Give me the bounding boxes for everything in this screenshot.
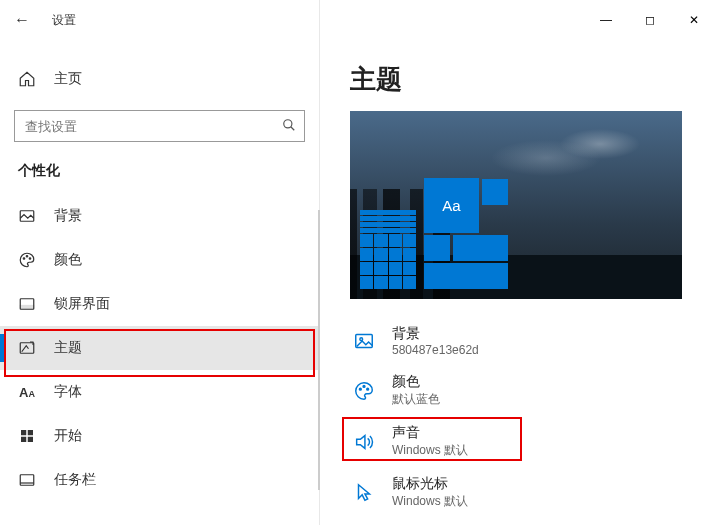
option-sub: Windows 默认: [392, 493, 468, 510]
nav-label: 锁屏界面: [54, 295, 110, 313]
sidebar-item-lockscreen[interactable]: 锁屏界面: [0, 282, 319, 326]
nav-label: 背景: [54, 207, 82, 225]
sound-icon: [350, 431, 378, 453]
option-title: 颜色: [392, 373, 440, 391]
palette-icon: [18, 251, 36, 269]
svg-rect-10: [28, 430, 33, 435]
theme-icon: [18, 339, 36, 357]
svg-rect-7: [20, 306, 34, 310]
sidebar-item-theme[interactable]: 主题: [0, 326, 319, 370]
option-sub: 580487e13e62d: [392, 343, 479, 357]
maximize-button[interactable]: ◻: [630, 5, 670, 35]
picture-icon: [18, 207, 36, 225]
svg-point-4: [26, 256, 28, 258]
svg-line-1: [291, 126, 295, 130]
close-button[interactable]: ✕: [674, 5, 714, 35]
sidebar-item-start[interactable]: 开始: [0, 414, 319, 458]
sidebar-item-color[interactable]: 颜色: [0, 238, 319, 282]
titlebar-left: ← 设置: [0, 0, 319, 40]
sidebar-item-taskbar[interactable]: 任务栏: [0, 458, 319, 502]
home-icon: [18, 70, 36, 88]
sidebar-item-font[interactable]: AA 字体: [0, 370, 319, 414]
search-wrap: [0, 110, 319, 142]
start-icon: [18, 427, 36, 445]
main-content: — ◻ ✕ 主题 Aa 背景 580487e: [320, 0, 722, 525]
svg-rect-13: [20, 475, 34, 486]
preview-tiles: Aa: [360, 169, 520, 289]
theme-preview: Aa: [350, 111, 682, 299]
page-title: 主题: [320, 40, 722, 111]
option-color[interactable]: 颜色 默认蓝色: [350, 365, 570, 416]
svg-point-5: [29, 258, 31, 260]
svg-rect-11: [21, 437, 26, 442]
nav-list: 背景 颜色 锁屏界面 主题 AA 字体 开始 任务栏: [0, 194, 319, 502]
picture-icon: [350, 330, 378, 352]
nav-label: 主题: [54, 339, 82, 357]
search-icon: [282, 118, 296, 135]
app-title: 设置: [52, 12, 76, 29]
minimize-button[interactable]: —: [586, 5, 626, 35]
search-box[interactable]: [14, 110, 305, 142]
svg-rect-12: [28, 437, 33, 442]
preview-aa-tile: Aa: [424, 178, 479, 233]
nav-label: 字体: [54, 383, 82, 401]
option-title: 声音: [392, 424, 468, 442]
nav-label: 开始: [54, 427, 82, 445]
option-title: 背景: [392, 325, 479, 343]
cursor-icon: [350, 482, 378, 504]
svg-point-19: [367, 388, 369, 390]
back-arrow-icon[interactable]: ←: [14, 11, 30, 29]
svg-point-17: [359, 388, 361, 390]
sidebar: ← 设置 主页 个性化 背景 颜色 锁屏界面 主: [0, 0, 320, 525]
svg-point-3: [23, 258, 25, 260]
home-label: 主页: [54, 70, 82, 88]
sidebar-item-background[interactable]: 背景: [0, 194, 319, 238]
option-sub: Windows 默认: [392, 442, 468, 459]
svg-rect-9: [21, 430, 26, 435]
taskbar-icon: [18, 471, 36, 489]
window-controls: — ◻ ✕: [320, 0, 722, 40]
theme-options: 背景 580487e13e62d 颜色 默认蓝色 声音 Windows 默认 鼠…: [350, 317, 722, 518]
option-title: 鼠标光标: [392, 475, 468, 493]
section-title: 个性化: [0, 142, 319, 194]
svg-point-18: [363, 385, 365, 387]
option-cursor[interactable]: 鼠标光标 Windows 默认: [350, 467, 570, 518]
option-background[interactable]: 背景 580487e13e62d: [350, 317, 570, 365]
font-icon: AA: [18, 385, 36, 400]
lockscreen-icon: [18, 295, 36, 313]
palette-icon: [350, 380, 378, 402]
search-input[interactable]: [15, 119, 304, 134]
sidebar-home[interactable]: 主页: [0, 58, 319, 100]
nav-label: 颜色: [54, 251, 82, 269]
option-sound[interactable]: 声音 Windows 默认: [350, 416, 570, 467]
svg-point-0: [284, 119, 292, 127]
option-sub: 默认蓝色: [392, 391, 440, 408]
nav-label: 任务栏: [54, 471, 96, 489]
